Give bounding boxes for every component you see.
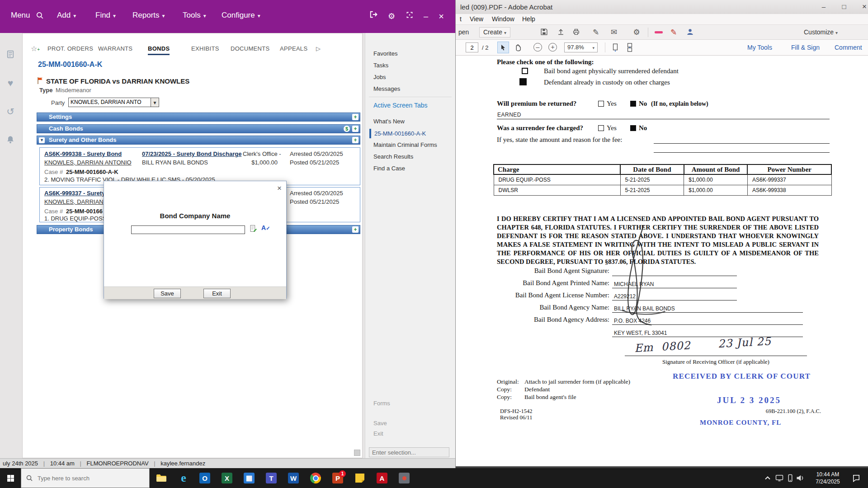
tabs-overflow-arrow-icon[interactable]: ▷	[316, 45, 321, 54]
tab-appeals[interactable]: APPEALS	[280, 45, 307, 54]
menu-view[interactable]: View	[470, 15, 483, 23]
action-center-icon[interactable]	[852, 474, 861, 483]
bond-number-link[interactable]: AS6K-999338 - Surety Bond	[44, 150, 122, 157]
zoom-out-icon[interactable]: –	[533, 43, 542, 52]
save-icon[interactable]	[539, 28, 548, 37]
tab-prot-orders[interactable]: PROT. ORDERS	[47, 45, 93, 54]
screen-capture-icon[interactable]	[394, 471, 414, 485]
sidebar-item-jobs[interactable]: Jobs	[373, 74, 386, 80]
sidebar-tab-maintain-criminal-forms[interactable]: Maintain Criminal Forms	[373, 141, 437, 148]
print-icon[interactable]	[571, 28, 580, 37]
panel-resize-handle[interactable]	[354, 450, 360, 456]
tab-documents[interactable]: DOCUMENTS	[231, 45, 269, 54]
add-icon[interactable]: +	[352, 114, 359, 120]
menu-add[interactable]: Add▾	[57, 11, 76, 20]
spell-check-icon[interactable]: A✓	[261, 224, 270, 231]
fee-yes-checkbox[interactable]	[598, 125, 604, 131]
dollar-icon[interactable]: $	[344, 126, 350, 132]
select-tool-button[interactable]	[497, 42, 509, 53]
pen-tool-icon[interactable]: ✎	[669, 28, 678, 37]
chrome-icon[interactable]	[306, 471, 326, 485]
scroll-view-icon[interactable]	[626, 43, 634, 54]
start-button[interactable]	[0, 468, 21, 488]
premium-yes-checkbox[interactable]	[598, 101, 604, 107]
checkbox-surrendered[interactable]	[522, 68, 528, 74]
create-button[interactable]: Create ▾	[479, 27, 510, 38]
party-select-value[interactable]: KNOWLES, DARRIAN ANTO	[68, 98, 151, 107]
taskbar-clock[interactable]: 10:44 AM 7/24/2025	[810, 471, 845, 485]
party-dropdown-button[interactable]: ▼	[151, 98, 159, 107]
enter-selection-input[interactable]	[369, 447, 449, 457]
email-icon[interactable]: ✉	[609, 28, 618, 37]
bond-party-link[interactable]: KNOWLES, DARRIAN	[44, 198, 104, 205]
menu-find[interactable]: Find▾	[95, 11, 116, 20]
sidebar-tab-search-results[interactable]: Search Results	[373, 153, 413, 160]
tab-warrants[interactable]: WARRANTS	[98, 45, 132, 54]
zoom-in-icon[interactable]: +	[548, 43, 557, 52]
my-tools-link[interactable]: My Tools	[747, 44, 772, 51]
focus-mode-icon[interactable]	[403, 10, 416, 23]
page-number-input[interactable]	[466, 42, 478, 52]
premium-no-checkbox[interactable]	[630, 101, 636, 107]
excel-icon[interactable]: X	[217, 471, 237, 485]
zoom-level-select[interactable]: 97.8% ▾	[564, 42, 598, 52]
search-input[interactable]	[37, 474, 136, 482]
close-icon[interactable]: ×	[856, 0, 868, 14]
section-surety-bonds[interactable]: ▼ Surety and Other Bonds +	[37, 136, 360, 145]
exit-button[interactable]: Exit	[203, 289, 231, 298]
sidebar-tab-current-case[interactable]: 25-MM-001660-A-K	[369, 129, 426, 138]
sidebar-heading-active-screen-tabs[interactable]: Active Screen Tabs	[373, 102, 428, 109]
close-icon[interactable]: ×	[435, 10, 448, 23]
search-icon[interactable]	[33, 10, 46, 23]
fee-no-checkbox[interactable]	[630, 125, 636, 131]
menu-button[interactable]: Menu	[11, 11, 30, 20]
save-button[interactable]: Save	[154, 289, 181, 298]
menu-reports[interactable]: Reports▾	[132, 11, 165, 20]
menu-edit-partial[interactable]: t	[460, 15, 462, 23]
section-cash-bonds[interactable]: Cash Bonds $ +	[37, 124, 360, 133]
bell-icon[interactable]	[5, 135, 15, 145]
taskbar-search[interactable]	[21, 468, 150, 488]
open-button-partial[interactable]: pen	[458, 28, 469, 36]
history-icon[interactable]: ↺	[5, 107, 15, 117]
menu-configure[interactable]: Configure▾	[222, 11, 260, 20]
highlight-tool-icon[interactable]	[655, 31, 663, 33]
tab-bonds[interactable]: BONDS	[148, 45, 170, 55]
bond-party-link[interactable]: KNOWLES, DARRIAN ANTONIO	[44, 159, 132, 166]
menu-help[interactable]: Help	[522, 15, 535, 23]
case-list-icon[interactable]	[5, 50, 15, 60]
tray-overflow-chevron-icon[interactable]	[763, 474, 772, 483]
file-explorer-icon[interactable]	[151, 471, 171, 485]
minimize-icon[interactable]: –	[420, 10, 432, 23]
gear-icon[interactable]: ⚙	[632, 28, 641, 37]
teams-icon[interactable]: T	[261, 471, 281, 485]
comment-link[interactable]: Comment	[835, 44, 862, 51]
sidebar-item-tasks[interactable]: Tasks	[373, 62, 388, 69]
maximize-icon[interactable]: □	[835, 0, 853, 14]
sidebar-item-favorites[interactable]: Favorites	[373, 50, 397, 57]
favorite-star-icon[interactable]: ☆+	[31, 44, 40, 53]
case-number-link[interactable]: 25-MM-001660-A-K	[38, 61, 102, 69]
word-icon[interactable]: W	[283, 471, 303, 485]
sidebar-item-messages[interactable]: Messages	[373, 85, 400, 92]
sign-document-icon[interactable]: ✎	[591, 28, 600, 37]
collapse-icon[interactable]: ▼	[39, 137, 45, 143]
section-settings[interactable]: Settings +	[37, 113, 360, 122]
fill-and-sign-link[interactable]: Fill & Sign	[791, 44, 820, 51]
sign-out-icon[interactable]	[367, 10, 380, 23]
sticky-notes-icon[interactable]	[350, 471, 370, 485]
bond-company-name-input[interactable]	[131, 225, 245, 234]
favorites-heart-icon[interactable]: ♥	[5, 78, 15, 88]
share-icon[interactable]	[556, 28, 565, 37]
bond-number-link[interactable]: AS6K-999337 - Surety	[44, 190, 105, 197]
add-icon[interactable]: +	[352, 137, 359, 143]
signature-person-icon[interactable]	[685, 28, 694, 37]
tray-phone-icon[interactable]	[786, 474, 795, 483]
remote-desktop-icon[interactable]: ▦	[239, 471, 259, 485]
acrobat-icon[interactable]: A	[372, 471, 392, 485]
sidebar-tab-find-a-case[interactable]: Find a Case	[373, 165, 405, 172]
add-icon[interactable]: +	[352, 226, 359, 233]
tab-exhibits[interactable]: EXHIBITS	[191, 45, 219, 54]
add-icon[interactable]: +	[352, 126, 359, 132]
edge-icon[interactable]: e	[174, 471, 193, 485]
